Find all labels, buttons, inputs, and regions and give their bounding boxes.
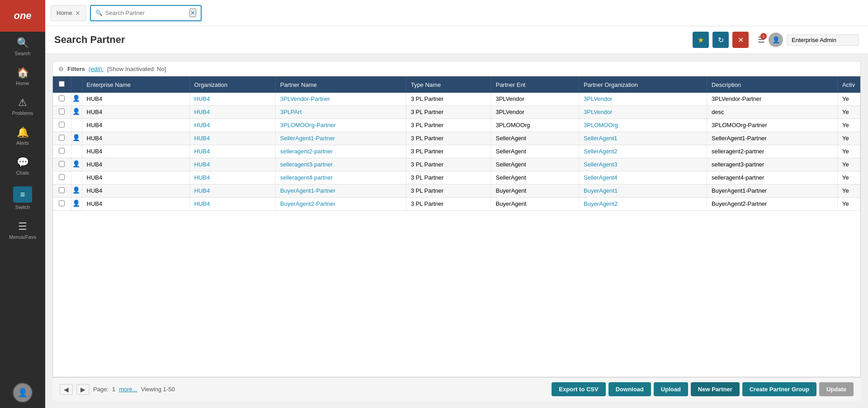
row-checkbox-cell[interactable] bbox=[53, 185, 71, 198]
partner-org-link[interactable]: SellerAgent2 bbox=[584, 148, 617, 155]
row-checkbox[interactable] bbox=[59, 95, 65, 101]
org-link[interactable]: HUB4 bbox=[194, 109, 210, 115]
sidebar-item-problems[interactable]: ⚠ Problems bbox=[0, 91, 45, 121]
org-link[interactable]: HUB4 bbox=[194, 122, 210, 128]
row-partner-org[interactable]: 3PLOMOOrg bbox=[579, 119, 707, 132]
th-type-name[interactable]: Type Name bbox=[406, 76, 491, 93]
export-csv-button[interactable]: Export to CSV bbox=[552, 382, 605, 396]
row-partner-org[interactable]: 3PLVendor bbox=[579, 93, 707, 106]
partner-name-link[interactable]: BuyerAgent2-Partner bbox=[280, 200, 335, 207]
search-partner-input[interactable] bbox=[105, 9, 187, 16]
row-org[interactable]: HUB4 bbox=[189, 119, 275, 132]
partner-name-link[interactable]: 3PLVendor-Partner bbox=[280, 95, 330, 102]
prev-page-button[interactable]: ◀ bbox=[60, 384, 73, 395]
user-role-select[interactable]: Enterprise Admin bbox=[787, 34, 859, 46]
row-checkbox-cell[interactable] bbox=[53, 119, 71, 132]
th-description[interactable]: Description bbox=[707, 76, 838, 93]
org-link[interactable]: HUB4 bbox=[194, 200, 210, 207]
row-partner-org[interactable]: 3PLVendor bbox=[579, 106, 707, 119]
download-button[interactable]: Download bbox=[609, 382, 651, 396]
th-enterprise-name[interactable]: Enterprise Name bbox=[82, 76, 189, 93]
partner-name-link[interactable]: 3PLPArt bbox=[280, 109, 302, 115]
row-checkbox-cell[interactable] bbox=[53, 171, 71, 185]
refresh-button[interactable]: ↻ bbox=[712, 32, 729, 48]
row-partner-name[interactable]: BuyerAgent2-Partner bbox=[275, 198, 406, 211]
more-pages-link[interactable]: more... bbox=[119, 386, 137, 393]
row-checkbox-cell[interactable] bbox=[53, 106, 71, 119]
sidebar-item-search[interactable]: 🔍 Search bbox=[0, 32, 45, 62]
row-checkbox[interactable] bbox=[59, 161, 65, 167]
table-wrapper[interactable]: Enterprise Name Organization Partner Nam… bbox=[52, 76, 861, 377]
org-link[interactable]: HUB4 bbox=[194, 174, 210, 181]
row-checkbox[interactable] bbox=[59, 200, 65, 206]
th-partner-ent[interactable]: Partner Ent bbox=[491, 76, 579, 93]
org-link[interactable]: HUB4 bbox=[194, 95, 210, 102]
tab-search-partner[interactable]: 🔍 ✕ bbox=[90, 5, 202, 21]
row-org[interactable]: HUB4 bbox=[189, 132, 275, 145]
row-partner-name[interactable]: selleragent3-partner bbox=[275, 158, 406, 171]
partner-org-link[interactable]: 3PLVendor bbox=[584, 109, 612, 115]
sidebar-item-switch[interactable]: ≡ Switch bbox=[0, 181, 45, 215]
partner-name-link[interactable]: BuyerAgent1-Partner bbox=[280, 187, 335, 194]
row-org[interactable]: HUB4 bbox=[189, 158, 275, 171]
row-checkbox-cell[interactable] bbox=[53, 145, 71, 158]
row-partner-name[interactable]: BuyerAgent1-Partner bbox=[275, 185, 406, 198]
row-partner-org[interactable]: SellerAgent3 bbox=[579, 158, 707, 171]
next-page-button[interactable]: ▶ bbox=[76, 384, 90, 395]
row-org[interactable]: HUB4 bbox=[189, 106, 275, 119]
th-active[interactable]: Activ bbox=[838, 76, 860, 93]
row-partner-name[interactable]: 3PLOMOOrg-Partner bbox=[275, 119, 406, 132]
row-partner-name[interactable]: 3PLPArt bbox=[275, 106, 406, 119]
partner-org-link[interactable]: 3PLOMOOrg bbox=[584, 122, 618, 128]
select-all-checkbox[interactable] bbox=[59, 81, 65, 87]
sidebar-item-chats[interactable]: 💬 Chats bbox=[0, 151, 45, 181]
row-org[interactable]: HUB4 bbox=[189, 145, 275, 158]
org-link[interactable]: HUB4 bbox=[194, 161, 210, 168]
row-checkbox-cell[interactable] bbox=[53, 132, 71, 145]
sidebar-avatar-area[interactable]: 👤 bbox=[0, 377, 45, 408]
sidebar-item-menus[interactable]: ☰ Menus/Favs bbox=[0, 215, 45, 245]
close-page-button[interactable]: ✕ bbox=[732, 32, 749, 48]
row-checkbox[interactable] bbox=[59, 109, 65, 114]
partner-org-link[interactable]: BuyerAgent2 bbox=[584, 200, 618, 207]
row-checkbox[interactable] bbox=[59, 187, 65, 193]
partner-org-link[interactable]: BuyerAgent1 bbox=[584, 187, 618, 194]
th-partner-org[interactable]: Partner Organization bbox=[579, 76, 707, 93]
row-partner-org[interactable]: SellerAgent2 bbox=[579, 145, 707, 158]
tab-home-close[interactable]: ✕ bbox=[75, 10, 80, 16]
row-checkbox[interactable] bbox=[59, 122, 65, 128]
partner-org-link[interactable]: SellerAgent4 bbox=[584, 174, 617, 181]
filter-edit-link[interactable]: (edit): bbox=[89, 66, 104, 72]
new-partner-button[interactable]: New Partner bbox=[691, 382, 740, 396]
tab-home[interactable]: Home ✕ bbox=[51, 5, 86, 21]
row-checkbox[interactable] bbox=[59, 174, 65, 180]
partner-name-link[interactable]: 3PLOMOOrg-Partner bbox=[280, 122, 336, 128]
row-partner-org[interactable]: SellerAgent4 bbox=[579, 171, 707, 185]
partner-org-link[interactable]: 3PLVendor bbox=[584, 95, 612, 102]
row-checkbox-cell[interactable] bbox=[53, 158, 71, 171]
row-checkbox-cell[interactable] bbox=[53, 198, 71, 211]
row-org[interactable]: HUB4 bbox=[189, 198, 275, 211]
row-org[interactable]: HUB4 bbox=[189, 185, 275, 198]
row-checkbox-cell[interactable] bbox=[53, 93, 71, 106]
row-checkbox[interactable] bbox=[59, 135, 65, 141]
row-partner-org[interactable]: BuyerAgent2 bbox=[579, 198, 707, 211]
row-partner-name[interactable]: SellerAgent1-Partner bbox=[275, 132, 406, 145]
partner-name-link[interactable]: selleragent4-partner bbox=[280, 174, 333, 181]
row-partner-name[interactable]: selleragent4-partner bbox=[275, 171, 406, 185]
org-link[interactable]: HUB4 bbox=[194, 187, 210, 194]
upload-button[interactable]: Upload bbox=[654, 382, 688, 396]
search-tab-close[interactable]: ✕ bbox=[189, 9, 196, 17]
row-partner-org[interactable]: BuyerAgent1 bbox=[579, 185, 707, 198]
partner-org-link[interactable]: SellerAgent3 bbox=[584, 161, 617, 168]
row-partner-name[interactable]: selleragent2-partner bbox=[275, 145, 406, 158]
th-partner-name[interactable]: Partner Name bbox=[275, 76, 406, 93]
row-org[interactable]: HUB4 bbox=[189, 171, 275, 185]
partner-name-link[interactable]: selleragent2-partner bbox=[280, 148, 333, 155]
create-group-button[interactable]: Create Partner Group bbox=[742, 382, 816, 396]
th-organization[interactable]: Organization bbox=[189, 76, 275, 93]
row-checkbox[interactable] bbox=[59, 148, 65, 154]
partner-org-link[interactable]: SellerAgent1 bbox=[584, 135, 617, 142]
partner-name-link[interactable]: SellerAgent1-Partner bbox=[280, 135, 335, 142]
row-org[interactable]: HUB4 bbox=[189, 93, 275, 106]
